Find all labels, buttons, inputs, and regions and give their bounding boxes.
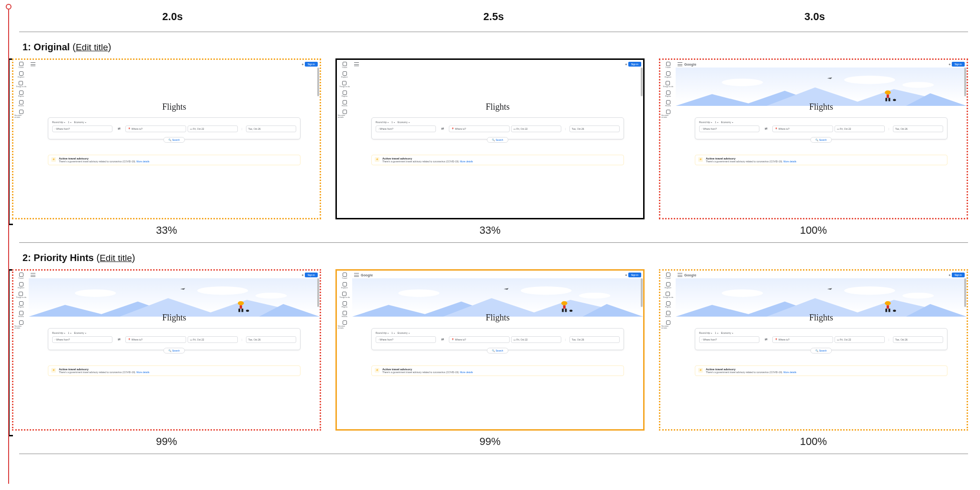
flights-search-card: Round trip 1 Economy ◦ Where from? ⇄ 📍 W… (371, 328, 624, 350)
flights-hero (352, 278, 643, 317)
svg-point-33 (521, 286, 571, 295)
from-field: ◦ Where from? (376, 336, 436, 343)
sidebar-item: Travel (342, 62, 347, 68)
flights-search-card: Round trip 1 Economy ◦ Where from? ⇄ 📍 W… (695, 117, 947, 139)
flights-topbar: Sign in (31, 272, 318, 278)
class-chip: Economy (398, 331, 410, 334)
return-date-field: Tue, Oct 26 (246, 125, 296, 132)
google-logo: Google (684, 273, 696, 277)
frame-thumbnail[interactable]: TravelExploreThings to doFlightsHotelsVa… (12, 58, 321, 219)
edit-title-link[interactable]: Edit title (100, 253, 132, 263)
signin-button: Sign in (952, 273, 965, 277)
filmstrip-frame[interactable]: TravelExploreThings to doFlightsHotelsVa… (12, 269, 321, 447)
signin-button: Sign in (305, 62, 318, 67)
svg-point-35 (561, 301, 568, 306)
google-logo: Google (684, 63, 696, 66)
sidebar-item: Hotels (665, 100, 670, 107)
from-field: ◦ Where from? (699, 336, 759, 343)
search-button: 🔍 Search (810, 348, 832, 353)
frame-thumbnail[interactable]: TravelExploreThings to doFlightsHotelsVa… (12, 269, 321, 430)
flights-search-card: Round trip 1 Economy ◦ Where from? ⇄ 📍 W… (371, 117, 624, 139)
svg-point-47 (893, 310, 896, 312)
sidebar-item: Hotels (18, 311, 23, 318)
depart-date-field: ▭ Fri, Oct 22 (835, 125, 885, 132)
svg-point-42 (902, 293, 934, 299)
swap-icon: ⇄ (761, 125, 771, 132)
flights-page-title: Flights (29, 102, 320, 112)
flights-topbar: Sign in (31, 61, 318, 68)
class-chip: Economy (74, 121, 86, 124)
filmstrip-frame[interactable]: TravelExploreThings to doFlightsHotelsVa… (659, 58, 968, 237)
sidebar-item: Flights (342, 301, 347, 308)
swap-icon: ⇄ (761, 336, 771, 343)
frame-thumbnail[interactable]: TravelExploreThings to doFlightsHotelsVa… (335, 269, 645, 430)
flights-screenshot: TravelExploreThings to doFlightsHotelsVa… (337, 271, 643, 429)
warning-icon: ☀ (375, 157, 379, 162)
svg-point-34 (579, 293, 611, 299)
sidebar-item: Things to do (339, 292, 350, 298)
warning-icon: ☀ (51, 157, 56, 162)
apps-icon (302, 64, 303, 65)
apps-icon (949, 64, 950, 65)
scrollbar-thumb (964, 278, 966, 307)
flights-topbar: Google Sign in (678, 272, 965, 278)
filmstrip-frame[interactable]: TravelExploreThings to doFlightsHotelsVa… (335, 269, 645, 447)
trip-chip: Round trip (52, 121, 65, 124)
trip-chip: Round trip (52, 331, 65, 334)
hamburger-icon (31, 62, 35, 66)
advisory-more-link: More details (136, 371, 149, 374)
pax-chip: 1 (68, 331, 71, 334)
flights-topbar: Google Sign in (354, 272, 641, 278)
sidebar-item: Things to do (663, 81, 673, 88)
from-field: ◦ Where from? (52, 336, 112, 343)
to-field: 📍 Where to? (125, 125, 186, 132)
search-button: 🔍 Search (487, 137, 508, 143)
to-field: 📍 Where to? (125, 336, 186, 343)
frame-thumbnail[interactable]: TravelExploreThings to doFlightsHotelsVa… (659, 58, 968, 219)
signin-button: Sign in (628, 62, 641, 67)
sidebar-item: Things to do (663, 292, 673, 298)
to-field: 📍 Where to? (772, 125, 833, 132)
flights-screenshot: TravelExploreThings to doFlightsHotelsVa… (13, 271, 320, 429)
return-date-field: Tue, Oct 26 (569, 125, 620, 132)
depart-date-field: ▭ Fri, Oct 22 (188, 125, 238, 132)
filmstrip-frame[interactable]: TravelExploreThings to doFlightsHotelsVa… (659, 269, 968, 447)
svg-point-25 (197, 286, 248, 295)
sidebar-item: Travel (666, 273, 671, 279)
edit-title-link[interactable]: Edit title (76, 42, 108, 52)
filmstrip-frame[interactable]: TravelExploreThings to doFlightsHotelsVa… (335, 58, 645, 237)
frame-thumbnail[interactable]: TravelExploreThings to doFlightsHotelsVa… (659, 269, 968, 430)
sidebar-item: Vacation rentals (661, 320, 675, 329)
class-chip: Economy (721, 121, 733, 124)
from-field: ◦ Where from? (52, 125, 112, 132)
flights-page-title: Flights (352, 313, 643, 323)
travel-advisory-banner: ☀ Active travel advisory There's a gover… (695, 365, 947, 376)
time-header-row: 2.0s 2.5s 3.0s (12, 0, 968, 32)
travel-advisory-banner: ☀ Active travel advisory There's a gover… (48, 365, 301, 376)
sidebar-item: Flights (665, 91, 671, 97)
from-field: ◦ Where from? (376, 125, 436, 132)
sidebar-item: Explore (665, 282, 671, 289)
svg-point-39 (569, 310, 572, 312)
sidebar-item: Travel (342, 273, 347, 279)
advisory-more-link: More details (783, 371, 796, 374)
flights-hero (676, 68, 967, 106)
svg-point-17 (844, 76, 895, 84)
scrollbar-thumb (641, 68, 643, 96)
flights-sidebar: TravelExploreThings to doFlightsHotelsVa… (13, 60, 29, 218)
frame-thumbnail[interactable]: TravelExploreThings to doFlightsHotelsVa… (335, 58, 645, 219)
flights-hero (29, 68, 320, 106)
advisory-more-link: More details (783, 160, 796, 163)
row-title: 2: Priority Hints (Edit title) (12, 243, 968, 269)
filmstrip-row: TravelExploreThings to doFlightsHotelsVa… (12, 269, 968, 447)
to-field: 📍 Where to? (449, 336, 509, 343)
apps-icon (949, 274, 950, 276)
flights-hero (352, 68, 643, 106)
depart-date-field: ▭ Fri, Oct 22 (511, 125, 561, 132)
flights-screenshot: TravelExploreThings to doFlightsHotelsVa… (337, 60, 643, 218)
svg-point-31 (246, 310, 249, 312)
trip-chip: Round trip (376, 121, 389, 124)
filmstrip-frame[interactable]: TravelExploreThings to doFlightsHotelsVa… (12, 58, 321, 237)
flights-screenshot: TravelExploreThings to doFlightsHotelsVa… (660, 271, 967, 429)
class-chip: Economy (74, 331, 86, 334)
